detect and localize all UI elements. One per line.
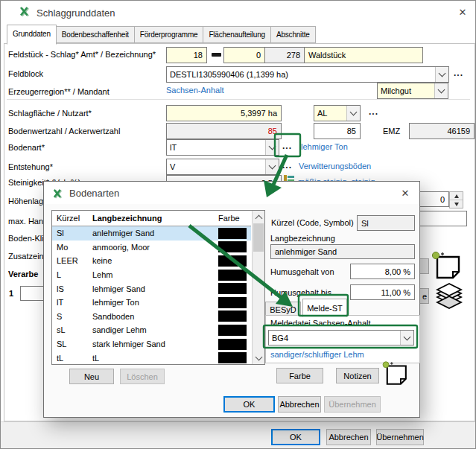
dialog-ok-button[interactable]: OK (223, 396, 275, 413)
cell-lang: lehmiger Ton (92, 298, 218, 307)
schlag-nr-field: 278 (264, 47, 305, 63)
mandant-value: Milchgut (378, 83, 434, 98)
tab-grunddaten[interactable]: Grunddaten (7, 25, 57, 45)
cell-lang: keine (92, 256, 218, 265)
cell-lang: Lehm (92, 270, 218, 279)
bodenarten-table: Kürzel Langbezeichnung Farbe Sl anlehmig… (51, 210, 265, 365)
region-link[interactable]: Sachsen-Anhalt (166, 86, 224, 95)
table-row[interactable]: L Lehm (52, 268, 251, 282)
color-swatch (218, 228, 251, 239)
feldblock-combo[interactable]: DESTLI1305990406 (1,1399 ha) (166, 66, 449, 83)
chevron-down-icon[interactable] (346, 106, 360, 121)
bezeichnung-field[interactable]: Waldstück (304, 47, 423, 63)
emz-field: 46159 (409, 123, 475, 139)
feldblock-value: DESTLI1305990406 (1,1399 ha) (167, 67, 435, 82)
cell-kuerzel: SL (52, 340, 92, 348)
cell-kuerzel: Sl (52, 229, 92, 238)
farbe-button[interactable]: Farbe (276, 368, 323, 383)
nutzart-combo[interactable]: AL (314, 105, 361, 121)
nutzart-more-button[interactable]: ... (369, 106, 378, 117)
mandant-combo[interactable]: Milchgut (377, 83, 448, 99)
bodenart-hint: lehmiger Ton (301, 142, 348, 151)
cell-kuerzel: lS (52, 284, 92, 293)
table-row[interactable]: S Sandboden (52, 310, 251, 324)
stack-icon[interactable] (431, 281, 466, 311)
emz-label: EMZ (383, 127, 400, 136)
nutzart-value: AL (314, 106, 346, 121)
entstehung-more-button[interactable]: ... (282, 160, 292, 171)
cell-lang: sandiger Lehm (92, 325, 218, 334)
bodenart-more-button[interactable]: ... (282, 141, 292, 151)
spinner-up-icon[interactable] (450, 192, 463, 200)
scroll-up-icon[interactable] (253, 211, 264, 223)
main-ok-button[interactable]: OK (271, 429, 320, 445)
chevron-down-icon[interactable] (435, 67, 448, 82)
scrollbar-thumb[interactable] (253, 223, 264, 252)
note-plus-icon[interactable] (431, 251, 463, 279)
scroll-down-icon[interactable] (253, 351, 264, 364)
humus-bis-field[interactable]: 11,00 % (350, 284, 415, 300)
hoehenlage-spinner (449, 191, 463, 208)
table-row[interactable]: lT lehmiger Ton (52, 296, 251, 310)
entstehung-combo[interactable]: V (166, 159, 279, 175)
dialog-apply-button: Übernehmen (324, 396, 381, 413)
chevron-down-icon[interactable] (265, 159, 279, 174)
table-row[interactable]: SL stark lehmiger Sand (52, 337, 251, 351)
verarbeitung-field[interactable] (20, 286, 44, 301)
bodenart-value: lT (167, 140, 265, 155)
cell-kuerzel: L (52, 270, 92, 279)
chevron-down-icon[interactable] (434, 83, 448, 98)
table-row[interactable]: LEER keine (52, 254, 251, 268)
chevron-down-icon[interactable] (400, 331, 413, 345)
flaeche-field[interactable]: 5,3997 ha (166, 105, 282, 121)
notizen-button[interactable]: Notizen (336, 368, 379, 383)
cell-kuerzel: LEER (52, 256, 92, 265)
main-apply-button[interactable]: Übernehmen (376, 429, 424, 445)
window-title: Schlaggrunddaten (37, 7, 115, 19)
header-kuerzel[interactable]: Kürzel (52, 214, 92, 223)
humus-von-field[interactable]: 8,00 % (350, 264, 415, 279)
tab-foerderprogramme[interactable]: Förderprogramme (134, 26, 204, 43)
tab-bodenbeschaffenheit[interactable]: Bodenbeschaffenheit (56, 26, 135, 43)
color-swatch (218, 339, 251, 350)
header-langbezeichnung[interactable]: Langbezeichnung (92, 214, 218, 223)
schlag-field[interactable]: 18 (166, 47, 207, 63)
spinner-down-icon[interactable] (450, 200, 463, 208)
meldedatei-combo[interactable]: BG4 (268, 330, 414, 345)
app-icon (19, 6, 31, 18)
chevron-down-icon[interactable] (265, 140, 279, 155)
cell-lang: anlehmiger Sand (92, 229, 218, 238)
feldblock-more-button[interactable]: ... (454, 68, 463, 78)
table-row[interactable]: Sl anlehmiger Sand (52, 226, 251, 241)
close-icon[interactable]: ✕ (454, 4, 472, 19)
neu-button[interactable]: Neu (69, 369, 114, 384)
zusatzeinstellungen-label: Zusatzein (8, 252, 44, 261)
subtab-melde-st[interactable]: Melde-ST (302, 299, 347, 317)
tab-abschnitte[interactable]: Abschnitte (270, 26, 316, 43)
table-row[interactable]: tL tL (52, 351, 251, 365)
tab-bar: Grunddaten Bodenbeschaffenheit Förderpro… (7, 26, 315, 45)
cell-lang: anmoorig, Moor (92, 243, 218, 252)
note-plus-icon[interactable] (381, 360, 410, 386)
tab-flaechenaufteilung[interactable]: Flächenaufteilung (203, 26, 271, 43)
dash-separator-icon (212, 53, 221, 57)
table-row[interactable]: Mo anmoorig, Moor (52, 241, 251, 255)
header-farbe[interactable]: Farbe (218, 214, 251, 223)
bodenart-combo[interactable]: lT (166, 139, 279, 156)
hoehenlage-field[interactable]: 0 (418, 191, 449, 207)
schlagflaeche-label: Schlagfläche / Nutzart* (8, 109, 92, 118)
table-row[interactable]: sL sandiger Lehm (52, 323, 251, 337)
table-row[interactable]: lS lehmiger Sand (52, 281, 251, 296)
color-swatch (218, 352, 251, 363)
ackerwertzahl-field[interactable]: 85 (314, 123, 361, 139)
kuerzel-label: Kürzel (Code, Symbol) (271, 218, 354, 227)
feldstueck-label: Feldstück - Schlag* Amt* / Bezeichnung* (8, 50, 156, 59)
group-separator (7, 99, 470, 100)
max-hangneigung-field[interactable] (416, 211, 467, 226)
main-cancel-button[interactable]: Abbrechen (326, 429, 371, 445)
dialog-title: Bodenarten (69, 188, 119, 199)
table-scrollbar[interactable] (252, 211, 264, 364)
dialog-cancel-button[interactable]: Abbrechen (278, 396, 321, 413)
amt-field[interactable]: 0 (223, 47, 265, 63)
close-icon[interactable]: ✕ (397, 186, 413, 200)
